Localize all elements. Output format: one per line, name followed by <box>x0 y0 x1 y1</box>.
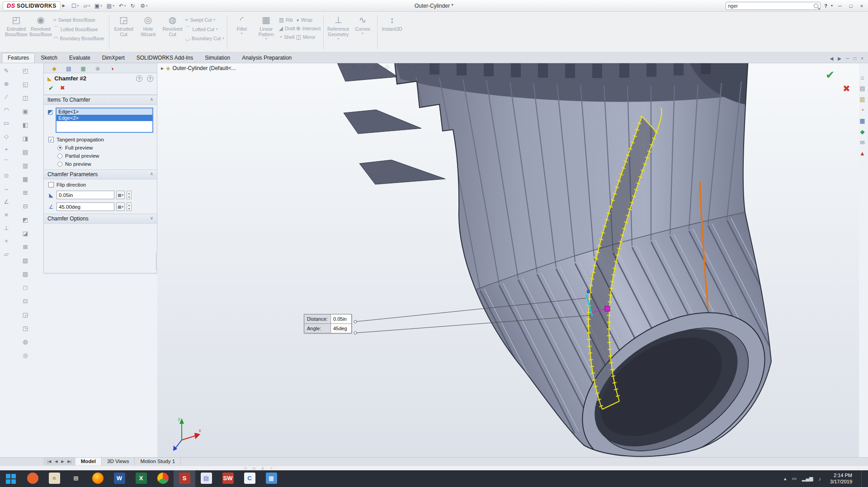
task-pane-icon[interactable]: ◔ <box>861 107 864 113</box>
taskbar-app[interactable] <box>87 470 108 487</box>
toolbar-icon[interactable]: ∕ <box>1 92 12 102</box>
hud-icon[interactable]: ↻ <box>363 63 368 70</box>
ribbon-button[interactable]: ∿ Curves ▾ <box>351 13 374 51</box>
maximize-button[interactable]: □ <box>847 3 854 9</box>
expand-chevron-icon[interactable]: ∨ <box>150 215 153 222</box>
selection-list-item[interactable]: Edge<1> <box>57 108 152 115</box>
document-window-control-icon[interactable]: □ <box>854 56 856 61</box>
toolbar-icon[interactable]: ▣ <box>20 107 31 117</box>
angle-spinner[interactable]: ▴ ▾ <box>127 202 132 211</box>
full-preview-radio[interactable] <box>57 145 62 150</box>
breadcrumb[interactable]: ▶ ◈ Outer-Cylinder (Default<... <box>161 65 236 71</box>
collapse-chevron-icon[interactable]: ∧ <box>150 97 153 103</box>
pin-help-icon[interactable]: ? <box>147 75 153 82</box>
flip-direction-checkbox[interactable] <box>48 182 54 187</box>
ribbon-button[interactable]: ◔Shell <box>279 34 295 40</box>
toolbar-icon[interactable]: ∠ <box>1 197 12 207</box>
menu-expand-arrow-icon[interactable]: ▶ <box>62 4 65 8</box>
spin-up-icon[interactable]: ▴ <box>127 203 131 207</box>
toolbar-icon[interactable]: ▤ <box>20 147 31 157</box>
ribbon-button[interactable]: ◫Mirror <box>296 34 321 40</box>
search-input[interactable]: nger <box>726 2 821 10</box>
ribbon-button[interactable]: ◜ Fillet ▾ <box>230 13 254 51</box>
taskbar-app[interactable]: S <box>174 470 195 487</box>
ribbon-button[interactable]: ◲ Extruded Cut <box>112 13 136 51</box>
spin-up-icon[interactable]: ▴ <box>127 192 131 195</box>
toolbar-icon[interactable]: ◍ <box>20 337 31 347</box>
help-icon[interactable]: ? <box>136 75 142 82</box>
search-icon[interactable] <box>814 4 818 8</box>
ribbon-button[interactable]: ◰ Extruded Boss/Base <box>5 13 28 51</box>
taskbar-app[interactable] <box>152 470 174 487</box>
toolbar-icon[interactable]: ≡ <box>1 210 12 220</box>
ribbon-button[interactable]: ▥Rib <box>279 17 295 23</box>
task-pane-icon[interactable]: ▥ <box>859 96 865 103</box>
toolbar-icon[interactable]: ⊠ <box>20 242 31 252</box>
taskbar-app[interactable]: W <box>108 470 130 487</box>
tree-expand-arrow-icon[interactable]: ▶ <box>161 66 164 70</box>
network-icon[interactable]: ▂▄▆ <box>802 476 813 482</box>
toolbar-icon[interactable]: ▥ <box>20 161 31 171</box>
toolbar-icon[interactable]: ▭ <box>1 118 12 128</box>
toolbar-icon[interactable]: ◻ <box>20 283 31 293</box>
toolbar-icon[interactable]: ⊙ <box>1 171 12 181</box>
leader-anchor[interactable] <box>354 320 357 323</box>
task-pane-icon[interactable]: ⌂ <box>861 74 864 81</box>
manager-tab-icon[interactable]: ▦ <box>77 64 89 73</box>
tab-scroll-icon[interactable]: |◀ <box>46 459 52 464</box>
display-icon[interactable]: ▭ <box>792 476 796 482</box>
quick-access-button[interactable]: ☐ ▾ <box>71 3 79 9</box>
manager-tab-icon[interactable]: ⊕ <box>92 64 104 73</box>
toolbar-icon[interactable]: ◨ <box>20 134 31 144</box>
tab-dimxpert[interactable]: DimXpert <box>96 53 131 63</box>
toolbar-icon[interactable]: ◠ <box>1 105 12 115</box>
ribbon-button[interactable]: ◉ Revolved Boss/Base <box>29 13 52 51</box>
toolbar-icon[interactable]: ◫ <box>20 93 31 103</box>
selection-listbox[interactable]: Edge<1>Edge<2> <box>56 108 153 133</box>
confirmation-ok-button[interactable]: ✔ <box>826 69 835 81</box>
toolbar-icon[interactable]: ⊥ <box>1 223 12 233</box>
spin-down-icon[interactable]: ▾ <box>127 195 131 199</box>
hud-icon[interactable]: ⌂ <box>415 63 419 70</box>
section-chamfer-parameters[interactable]: Chamfer Parameters ∧ <box>44 169 157 179</box>
quick-access-button[interactable]: ↻ <box>130 3 136 9</box>
toolbar-icon[interactable]: ✎ <box>1 66 12 76</box>
quick-access-button[interactable]: ▣ ▾ <box>94 3 102 9</box>
toolbar-icon[interactable]: ↔ <box>1 184 12 194</box>
dropdown-arrow-icon[interactable]: ▾ <box>146 4 148 8</box>
hud-icon[interactable]: + <box>395 63 399 70</box>
ribbon-button[interactable]: ◕Wrap <box>296 17 321 23</box>
toolbar-icon[interactable]: ⊟ <box>20 201 31 211</box>
document-window-control-icon[interactable]: ◀ <box>830 56 834 61</box>
document-window-control-icon[interactable]: × <box>861 56 863 61</box>
ribbon-button[interactable]: ≈Swept Boss/Base <box>53 17 106 23</box>
taskbar-app[interactable] <box>22 470 43 487</box>
distance-spinner[interactable]: ▴ ▾ <box>127 191 132 199</box>
taskbar-app[interactable]: ⊞ <box>65 470 87 487</box>
ribbon-button[interactable]: ◍ Revolved Cut <box>161 13 184 51</box>
tab-scroll-icon[interactable]: ◀ <box>53 459 59 464</box>
taskbar-app[interactable]: ▦ <box>260 470 282 487</box>
callout-value-field[interactable]: 45deg <box>330 324 351 333</box>
document-window-control-icon[interactable]: ─ <box>846 56 849 61</box>
hud-icon[interactable]: ▤ <box>434 63 439 70</box>
toolbar-icon[interactable]: ◇ <box>1 131 12 141</box>
volume-icon[interactable]: ♪ <box>819 476 821 482</box>
hud-icon[interactable]: ⊕ <box>352 63 357 70</box>
tab-3d-views[interactable]: 3D Views <box>102 458 135 465</box>
distance-favorites-dropdown[interactable]: ▦ ▾ <box>116 191 125 199</box>
tab-simulation[interactable]: Simulation <box>199 53 236 63</box>
quick-access-button[interactable]: ▤ ▾ <box>107 3 114 9</box>
dropdown-arrow-icon[interactable]: ▾ <box>88 4 90 8</box>
quick-access-button[interactable]: ▱ ▾ <box>83 3 90 9</box>
toolbar-icon[interactable]: ▨ <box>20 269 31 279</box>
partial-preview-radio[interactable] <box>57 154 62 159</box>
taskbar-app[interactable]: X <box>130 470 152 487</box>
no-preview-radio[interactable] <box>57 162 62 167</box>
angle-favorites-dropdown[interactable]: ▦ ▾ <box>116 202 125 211</box>
help-button[interactable]: ? <box>824 3 827 9</box>
section-items-to-chamfer[interactable]: Items To Chamfer ∧ <box>44 95 157 105</box>
toolbar-icon[interactable]: ⊕ <box>1 79 12 89</box>
toolbar-icon[interactable]: ▱ <box>1 249 12 259</box>
toolbar-icon[interactable]: ▧ <box>20 256 31 266</box>
